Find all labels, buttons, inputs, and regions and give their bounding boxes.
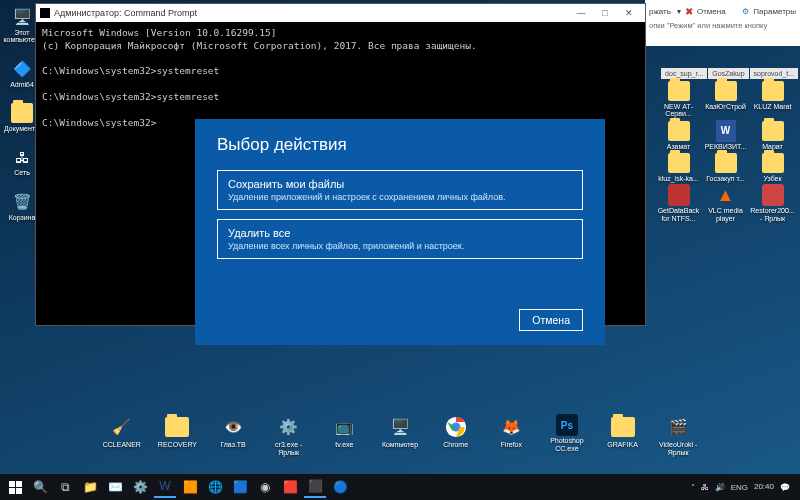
app-shortcut[interactable]: 📺tv.exe [323, 414, 367, 456]
app-shortcut[interactable]: Restorer200... - Ярлык [750, 184, 795, 222]
settings-icon[interactable]: ⚙ [742, 7, 749, 16]
icon-label: Photoshop CC.exe [545, 437, 589, 452]
folder-item[interactable]: Марат [750, 120, 795, 150]
firefox-shortcut[interactable]: 🦊Firefox [489, 414, 533, 456]
save-label: ржать [649, 7, 671, 16]
tray-chevron-icon[interactable]: ˄ [691, 483, 695, 492]
icon-label: КазЮгСтрой [705, 103, 746, 110]
icon-label: RECOVERY [158, 441, 197, 448]
icon-label: Корзина [9, 214, 36, 221]
icon-label: Admi64 [10, 81, 34, 88]
mail-taskbar[interactable]: ✉️ [104, 476, 126, 498]
eye-icon: 👁️ [220, 414, 246, 440]
icon-label: VLC media player [703, 207, 748, 222]
folder-item[interactable]: Госзакуп т... [703, 152, 748, 182]
word-doc-icon[interactable]: WРЕКВИЗИТ... [703, 120, 748, 150]
app-shortcut[interactable]: GetDataBack for NTFS... [656, 184, 701, 222]
chrome-taskbar[interactable]: ◉ [254, 476, 276, 498]
folder-item[interactable]: KLUZ Marat [750, 80, 795, 118]
folder-item[interactable]: RECOVERY [156, 414, 200, 456]
file-tabs: doc_sup_r... GosZakup soprovod_t... [661, 68, 798, 79]
option-desc: Удаление приложений и настроек с сохране… [228, 192, 572, 202]
folder-icon [762, 80, 784, 102]
file-tab[interactable]: GosZakup [708, 68, 748, 79]
folder-icon [610, 414, 636, 440]
icon-label: kluz_isk-ka... [658, 175, 698, 182]
app-taskbar[interactable]: 🟧 [179, 476, 201, 498]
app-shortcut[interactable]: 🧹CCLEANER [100, 414, 144, 456]
icon-label: Компьютер [382, 441, 418, 448]
language-indicator[interactable]: ENG [731, 483, 748, 492]
folder-icon [715, 152, 737, 174]
app-taskbar[interactable]: 🟦 [229, 476, 251, 498]
icon-label: GetDataBack for NTFS... [656, 207, 701, 222]
icon-label: Госзакуп т... [706, 175, 744, 182]
folder-item[interactable]: Узбек [750, 152, 795, 182]
folder-item[interactable]: КазЮгСтрой [703, 80, 748, 118]
folder-icon [715, 80, 737, 102]
folder-item[interactable]: kluz_isk-ka... [656, 152, 701, 182]
tray-network-icon[interactable]: 🖧 [701, 483, 709, 492]
option-title: Сохранить мои файлы [228, 178, 572, 190]
desktop-icons-right: NEW АТ-Серви... КазЮгСтрой KLUZ Marat Аз… [656, 80, 796, 222]
icon-label: Глаз.ТВ [220, 441, 245, 448]
tray-volume-icon[interactable]: 🔊 [715, 483, 725, 492]
app-taskbar[interactable]: 🔵 [329, 476, 351, 498]
vlc-shortcut[interactable]: ▲VLC media player [703, 184, 748, 222]
notifications-button[interactable]: 💬 [780, 483, 790, 492]
photoshop-shortcut[interactable]: PsPhotoshop CC.exe [545, 414, 589, 456]
icon-label: Марат [762, 143, 783, 150]
app-shortcut[interactable]: ⚙️cr3.exe - Ярлык [267, 414, 311, 456]
app-shortcut[interactable]: 🎬VideoUroki - Ярлык [656, 414, 700, 456]
settings-taskbar[interactable]: ⚙️ [129, 476, 151, 498]
app-taskbar[interactable]: 🟥 [279, 476, 301, 498]
cancel-button[interactable]: Отмена [519, 309, 583, 331]
ribbon-fragment: ржать ▾ ✖ Отмена ⚙ Параметры опки "Режим… [645, 0, 800, 46]
file-tab[interactable]: soprovod_t... [750, 68, 798, 79]
word-taskbar[interactable]: W [154, 476, 176, 498]
icon-label: Chrome [443, 441, 468, 448]
close-button[interactable]: ✕ [617, 5, 641, 21]
system-tray: ˄ 🖧 🔊 ENG 20:40 💬 [691, 483, 796, 492]
folder-icon [762, 120, 784, 142]
computer-shortcut[interactable]: 🖥️Компьютер [378, 414, 422, 456]
file-tab[interactable]: doc_sup_r... [661, 68, 707, 79]
cancel-icon[interactable]: ✖ [685, 6, 693, 17]
chrome-shortcut[interactable]: Chrome [434, 414, 478, 456]
folder-item[interactable]: Азамат [656, 120, 701, 150]
photoshop-icon: Ps [556, 414, 578, 436]
clock[interactable]: 20:40 [754, 483, 774, 492]
minimize-button[interactable]: ― [569, 5, 593, 21]
trash-icon: 🗑️ [11, 191, 33, 213]
firefox-icon: 🦊 [498, 414, 524, 440]
option-desc: Удаление всех личных файлов, приложений … [228, 241, 572, 251]
monitor-icon: 🖥️ [387, 414, 413, 440]
window-titlebar[interactable]: Администратор: Command Prompt ― □ ✕ [36, 4, 645, 22]
document-icon: W [716, 120, 736, 142]
folder-item[interactable]: NEW АТ-Серви... [656, 80, 701, 118]
folder-icon [164, 414, 190, 440]
icon-label: KLUZ Marat [754, 103, 792, 110]
start-button[interactable] [4, 476, 26, 498]
search-button[interactable]: 🔍 [29, 476, 51, 498]
icon-label: РЕКВИЗИТ... [705, 143, 747, 150]
icon-label: GRAFIKA [607, 441, 638, 448]
icon-label: NEW АТ-Серви... [656, 103, 701, 118]
params-label: Параметры [753, 7, 796, 16]
browser-taskbar[interactable]: 🌐 [204, 476, 226, 498]
task-view-button[interactable]: ⧉ [54, 476, 76, 498]
terminal-output[interactable]: Microsoft Windows [Version 10.0.16299.15… [36, 22, 645, 135]
folder-item[interactable]: GRAFIKA [601, 414, 645, 456]
maximize-button[interactable]: □ [593, 5, 617, 21]
system-reset-dialog: Выбор действия Сохранить мои файлы Удале… [195, 119, 605, 345]
dialog-title: Выбор действия [217, 135, 583, 155]
folder-icon [11, 102, 33, 124]
cmd-taskbar[interactable]: ⬛ [304, 476, 326, 498]
network-icon: 🖧 [11, 146, 33, 168]
explorer-taskbar[interactable]: 📁 [79, 476, 101, 498]
folder-icon [762, 152, 784, 174]
option-keep-files[interactable]: Сохранить мои файлы Удаление приложений … [217, 170, 583, 210]
app-shortcut[interactable]: 👁️Глаз.ТВ [211, 414, 255, 456]
option-remove-everything[interactable]: Удалить все Удаление всех личных файлов,… [217, 219, 583, 259]
icon-label: Restorer200... - Ярлык [750, 207, 795, 222]
